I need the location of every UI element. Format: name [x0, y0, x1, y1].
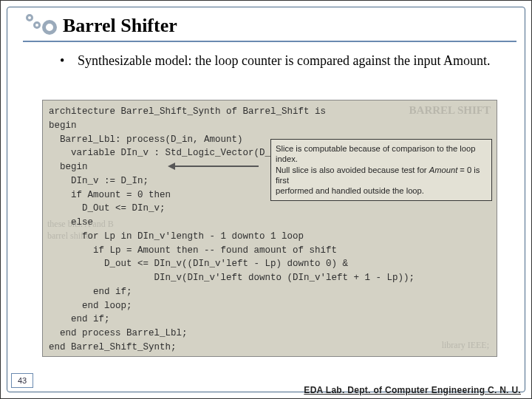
title-underline [23, 41, 516, 42]
footer-text: EDA Lab. Dept. of Computer Engineering C… [304, 385, 521, 395]
title-decoration [23, 13, 58, 39]
callout-text: Null slice is also avoided because test … [276, 166, 429, 174]
deco-circle [42, 20, 57, 35]
code-line: D_out <= DIn_v((DIn_v'left - Lp) downto … [49, 257, 491, 271]
code-line: for Lp in DIn_v'length - 1 downto 1 loop [49, 230, 491, 244]
code-line: end if; [49, 285, 491, 299]
callout-text: performed and handled outside the loop. [276, 186, 424, 195]
callout-text: Slice is computable because of compariso… [276, 144, 476, 163]
page-title: Barrel Shifter [63, 15, 177, 37]
bullet-list: • Synthesizable model: the loop counter … [60, 52, 502, 69]
code-screenshot: BARREL SHIFT these bits. A and Bbarrel s… [42, 100, 497, 357]
code-line: end Barrel_Shift_Synth; [49, 341, 491, 355]
code-line: else [49, 216, 491, 230]
callout-italic: Amount [429, 166, 458, 174]
bullet-marker: • [60, 52, 78, 69]
page-number: 43 [11, 373, 33, 388]
callout-arrow [170, 166, 259, 167]
code-line: end if; [49, 313, 491, 327]
deco-circle [33, 21, 41, 29]
code-line: DIn_v(DIn_v'left downto (DIn_v'left + 1 … [49, 271, 491, 285]
code-line: end loop; [49, 299, 491, 313]
title-bar: Barrel Shifter [23, 11, 516, 41]
slide-frame: Barrel Shifter • Synthesizable model: th… [0, 0, 532, 399]
code-line: architecture Barrel_Shift_Synth of Barre… [49, 105, 491, 119]
deco-circle [26, 14, 33, 21]
bullet-item: • Synthesizable model: the loop counter … [60, 52, 502, 69]
callout-box: Slice is computable because of compariso… [270, 139, 492, 201]
code-line: end process Barrel_Lbl; [49, 327, 491, 341]
code-line: D_Out <= DIn_v; [49, 202, 491, 216]
code-line: begin [49, 119, 491, 133]
code-line: if Lp = Amount then -- found amount of s… [49, 244, 491, 258]
bullet-text: Synthesizable model: the loop counter is… [78, 52, 502, 69]
